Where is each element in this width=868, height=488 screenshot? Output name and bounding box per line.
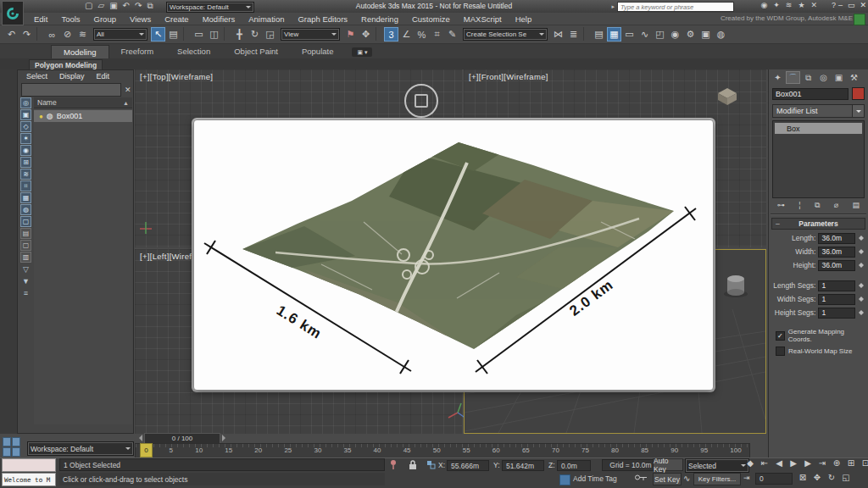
layer-explorer-toggle-icon[interactable]: ▦ [607, 27, 621, 42]
autodesk-x-icon[interactable]: ✕ [810, 1, 817, 9]
clear-search-icon[interactable]: ✕ [125, 86, 131, 94]
absolute-offset-icon[interactable] [426, 460, 437, 472]
ribbon-tab[interactable]: Freeform [109, 45, 166, 58]
help-icon[interactable]: ? [832, 1, 836, 9]
x-coord-field[interactable]: 55.666m [447, 460, 489, 471]
filter-funnel-add-icon[interactable]: ▼ [20, 275, 31, 286]
search-input[interactable] [617, 2, 734, 12]
select-rotate-icon[interactable]: ↻ [248, 27, 262, 42]
go-to-start-icon[interactable]: ⇤ [759, 458, 771, 468]
sort-a-icon[interactable]: ▤ [20, 228, 31, 239]
close-button[interactable]: ✕ [860, 0, 866, 11]
object-gizmo[interactable] [719, 269, 753, 299]
z-coord-field[interactable]: 0.0m [557, 460, 591, 471]
spinner[interactable] [857, 280, 865, 291]
display-helpers-icon[interactable]: ⊞ [20, 157, 31, 168]
display-containers-icon[interactable]: ◍ [20, 204, 31, 215]
rendered-frame-icon[interactable]: ▣ [698, 27, 713, 42]
restore-button[interactable]: ▭ [848, 0, 855, 11]
zoom-extents-icon[interactable]: ⊡ [860, 458, 868, 468]
selection-filter-dropdown[interactable]: All [93, 28, 147, 41]
rect-selection-region-icon[interactable]: ▭ [192, 27, 206, 42]
viewport-top-label[interactable]: [+][Top][Wireframe] [140, 72, 213, 81]
wrench-icon[interactable]: ✦ [773, 1, 780, 9]
pan-icon[interactable]: ✥ [811, 473, 823, 482]
parameters-rollout-header[interactable]: – Parameters [771, 218, 865, 230]
display-particles-icon[interactable]: ⌗ [20, 180, 31, 191]
remove-modifier-icon[interactable]: ⌀ [834, 201, 838, 210]
object-name-field[interactable]: Box001 [772, 88, 849, 100]
reference-coordinate-dropdown[interactable]: View [281, 28, 340, 41]
filter-list-icon[interactable]: ≡ [20, 287, 31, 298]
spinner[interactable] [857, 247, 865, 257]
sort-b-icon[interactable]: ▢ [20, 240, 31, 251]
exchange-icon[interactable]: ≋ [786, 1, 793, 9]
selection-lock-icon[interactable] [408, 459, 418, 472]
render-setup-icon[interactable]: ⚙ [683, 27, 698, 42]
configure-modifier-icon[interactable]: ▤ [852, 201, 860, 210]
schematic-view-icon[interactable]: ◰ [653, 27, 667, 42]
separator[interactable] [583, 27, 589, 41]
viewcube-icon[interactable] [716, 86, 738, 107]
selection-set-dropdown[interactable]: Selected [685, 458, 749, 473]
ribbon-toggle-icon[interactable]: ▭ [622, 27, 637, 42]
show-end-result-icon[interactable]: ¦ [798, 201, 800, 210]
y-coord-field[interactable]: 51.642m [502, 460, 544, 471]
undo-icon[interactable]: ↶ [4, 27, 19, 42]
new-key-mode-icon[interactable]: ∿ [683, 474, 690, 483]
menu-item[interactable]: Graph Editors [291, 14, 354, 24]
select-manipulate-icon[interactable]: ✥ [359, 27, 373, 42]
menu-item[interactable]: MAXScript [457, 14, 509, 24]
maxscript-listener[interactable]: Welcome to M [2, 473, 56, 486]
minimize-button[interactable]: – [838, 0, 843, 11]
orbit-icon[interactable]: ↻ [826, 473, 837, 482]
previous-frame-icon[interactable]: ◀ [773, 458, 785, 468]
spinner[interactable] [857, 294, 865, 304]
ribbon-tab[interactable]: Object Paint [222, 45, 290, 58]
explorer-menu-item[interactable]: Select [26, 72, 47, 80]
spinner-snap-icon[interactable]: ⌗ [430, 27, 444, 42]
menu-item[interactable]: Help [509, 14, 539, 24]
app-logo[interactable] [2, 1, 24, 25]
explorer-menu-item[interactable]: Edit [97, 72, 110, 80]
make-unique-icon[interactable]: ⧉ [815, 201, 820, 210]
redo-icon[interactable]: ↷ [19, 27, 34, 42]
menu-item[interactable]: Group [87, 14, 123, 24]
unlink-icon[interactable]: ⊘ [60, 27, 75, 42]
separator[interactable] [376, 27, 381, 41]
add-time-tag[interactable]: Add Time Tag [573, 474, 617, 483]
named-selection-sets-dropdown[interactable]: Create Selection Se [463, 28, 548, 41]
new-scene-icon[interactable]: ▢ [85, 1, 92, 11]
select-link-icon[interactable]: ∞ [45, 27, 59, 42]
ribbon-config-icon[interactable]: ▣ ▾ [352, 47, 372, 57]
ribbon-tab[interactable]: Modeling [51, 45, 109, 58]
select-move-icon[interactable]: ╋ [232, 27, 247, 42]
key-filters-button[interactable]: Key Filters... [693, 473, 741, 485]
curve-editor-icon[interactable]: ∿ [637, 27, 652, 42]
explorer-menu-item[interactable]: Display [59, 72, 85, 80]
bind-spacewarp-icon[interactable]: ≋ [75, 27, 90, 42]
menu-item[interactable]: Edit [27, 14, 54, 24]
favorites-star-icon[interactable]: ★ [798, 1, 804, 9]
display-geometry-icon[interactable]: ▣ [20, 109, 31, 120]
window-crossing-icon[interactable]: ◫ [207, 27, 221, 42]
mirror-icon[interactable]: ⋈ [551, 27, 565, 42]
checkbox-unchecked[interactable] [776, 347, 785, 356]
next-frame-icon[interactable]: ▶ [802, 458, 814, 468]
motion-tab-icon[interactable]: ◎ [816, 71, 831, 84]
menu-item[interactable]: Tools [54, 14, 86, 24]
maximize-viewport-icon[interactable]: ◱ [840, 473, 852, 482]
zoom-all-icon[interactable]: ⊞ [845, 458, 857, 468]
display-bones-icon[interactable]: ▦ [20, 192, 31, 203]
save-file-icon[interactable]: ▣ [109, 1, 117, 11]
menu-item[interactable]: Rendering [354, 14, 405, 24]
stack-entry-box[interactable]: Box [775, 123, 862, 134]
checkbox-checked[interactable]: ✓ [776, 331, 785, 341]
set-key-button[interactable]: Set Key [653, 473, 682, 485]
time-tag-icon[interactable] [559, 474, 570, 485]
render-icon[interactable]: ◍ [714, 27, 728, 42]
spinner[interactable] [857, 233, 865, 243]
spinner[interactable] [857, 308, 865, 318]
viewport-front-label[interactable]: [+][Front][Wireframe] [469, 72, 548, 81]
visibility-bulb-icon[interactable]: ● [39, 113, 43, 120]
